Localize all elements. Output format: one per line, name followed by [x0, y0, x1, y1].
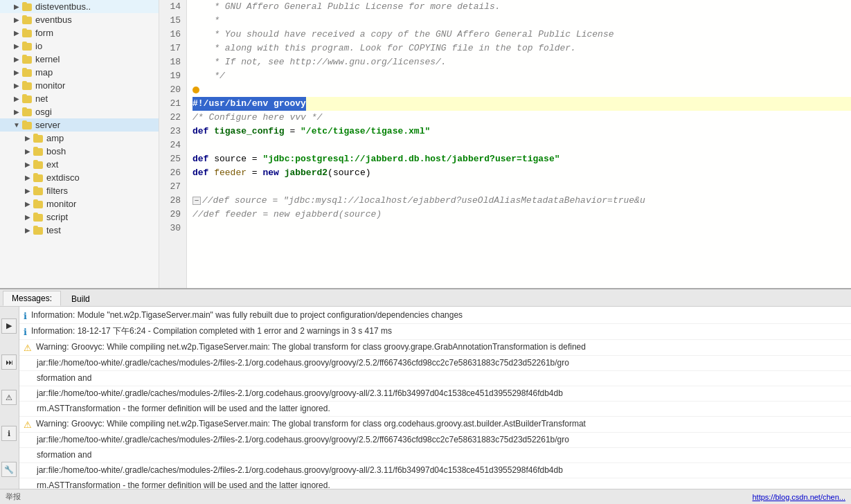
tree-triangle[interactable]: [22, 134, 33, 142]
toolbar-btn-wrench[interactable]: 🔧: [1, 462, 17, 477]
main-area: disteventbus..eventbusformiokernelmapmon…: [0, 0, 851, 288]
code-line: */: [192, 69, 851, 83]
report-label[interactable]: 举报: [6, 492, 21, 502]
message-row: jar:file:/home/too-white/.gradle/caches/…: [19, 463, 851, 478]
sidebar-item-form[interactable]: form: [0, 26, 159, 39]
line-number: 25: [162, 152, 181, 166]
tree-triangle[interactable]: [22, 187, 33, 195]
sidebar-item-monitor[interactable]: monitor: [0, 79, 159, 92]
sidebar-item-eventbus[interactable]: eventbus: [0, 13, 159, 26]
sidebar-item-disteventbus[interactable]: disteventbus..: [0, 0, 159, 13]
sidebar-item-server[interactable]: server: [0, 118, 159, 132]
var-name: feeder: [214, 166, 247, 180]
tree-triangle[interactable]: [11, 95, 22, 102]
blog-link[interactable]: https://blog.csdn.net/chen...: [752, 493, 845, 501]
sidebar-item-label: filters: [46, 186, 68, 196]
sidebar-item-ext[interactable]: ext: [0, 158, 159, 171]
detail-text: sformation and: [37, 372, 91, 384]
info-text: Information: 18-12-17 下午6:24 - Compilati…: [31, 325, 392, 337]
sidebar-item-test[interactable]: test: [0, 224, 159, 237]
sidebar-item-label: ext: [46, 159, 58, 170]
code-line: * along with this program. Look for COPY…: [192, 42, 851, 55]
warn-text: Warning: Groovyc: While compiling net.w2…: [36, 341, 586, 353]
sidebar-item-label: kernel: [35, 54, 60, 64]
tree-triangle[interactable]: [11, 42, 22, 50]
tree-triangle[interactable]: [11, 16, 22, 24]
line-number: 23: [162, 125, 181, 138]
sidebar-item-label: map: [35, 67, 53, 78]
sidebar-item-label: server: [35, 120, 60, 130]
folder-icon: [22, 28, 33, 38]
sidebar-item-bosh[interactable]: bosh: [0, 145, 159, 158]
sidebar-item-kernel[interactable]: kernel: [0, 53, 159, 66]
folder-icon: [22, 2, 33, 12]
messages-toolbar: ▶ ⏭ ⚠ ℹ 🔧: [0, 307, 19, 489]
line-number: 29: [162, 208, 181, 222]
comment-text: /* Configure here vvv */: [192, 111, 322, 125]
tree-triangle[interactable]: [11, 55, 22, 63]
tree-triangle[interactable]: [11, 108, 22, 116]
toolbar-btn-warn[interactable]: ⚠: [1, 390, 17, 405]
sidebar-item-script[interactable]: script: [0, 210, 159, 224]
warn-icon: ⚠: [24, 342, 32, 354]
fold-marker[interactable]: −: [192, 197, 201, 205]
detail-text: rm.ASTTransformation - the former defini…: [37, 403, 330, 415]
code-text: source =: [214, 152, 262, 166]
tree-triangle[interactable]: [11, 69, 22, 76]
sidebar-item-net[interactable]: net: [0, 92, 159, 105]
code-line: [192, 222, 851, 235]
code-line: [192, 83, 851, 97]
detail-text: jar:file:/home/too-white/.gradle/caches/…: [37, 465, 563, 476]
comment-text: * GNU Affero General Public License for …: [192, 0, 501, 14]
tree-triangle[interactable]: [22, 161, 33, 168]
line-numbers: 1415161718192021222324252627282930: [159, 0, 187, 288]
tree-triangle[interactable]: [11, 121, 22, 129]
toolbar-btn-info[interactable]: ℹ: [1, 426, 17, 441]
line-number: 26: [162, 166, 181, 180]
toolbar-btn-skip[interactable]: ⏭: [1, 354, 17, 370]
code-lines[interactable]: * GNU Affero General Public License for …: [187, 0, 851, 288]
folder-icon: [33, 173, 44, 183]
tab-messages[interactable]: Messages:: [3, 291, 61, 306]
code-text: =: [247, 166, 262, 180]
tree-triangle[interactable]: [22, 174, 33, 181]
line-number: 24: [162, 138, 181, 152]
message-row: ℹInformation: 18-12-17 下午6:24 - Compilat…: [19, 324, 851, 340]
line-number: 21: [162, 97, 181, 111]
code-line: def tigase_config = "/etc/tigase/tigase.…: [192, 125, 851, 138]
code-line: * GNU Affero General Public License for …: [192, 0, 851, 14]
tree-triangle[interactable]: [11, 82, 22, 89]
line-number: 27: [162, 180, 181, 194]
sidebar-item-io[interactable]: io: [0, 39, 159, 53]
sidebar-item-label: net: [35, 93, 48, 104]
keyword: def: [192, 152, 214, 166]
sidebar-item-monitor2[interactable]: monitor: [0, 197, 159, 210]
folder-icon: [22, 68, 33, 78]
sidebar-item-amp[interactable]: amp: [0, 132, 159, 145]
line-number: 30: [162, 222, 181, 235]
messages-panel: Messages: Build ▶ ⏭ ⚠ ℹ 🔧 ℹInformation: …: [0, 288, 851, 489]
sidebar-item-filters[interactable]: filters: [0, 184, 159, 197]
code-line: def feeder = new jabberd2(source): [192, 166, 851, 180]
detail-text: sformation and: [37, 449, 91, 461]
sidebar-item-map[interactable]: map: [0, 66, 159, 79]
tree-triangle[interactable]: [22, 147, 33, 155]
folder-icon: [33, 186, 44, 196]
tree-triangle[interactable]: [22, 200, 33, 208]
info-icon: ℹ: [24, 326, 27, 338]
code-line: * If not, see http://www.gnu.org/license…: [192, 55, 851, 69]
sidebar-item-osgi[interactable]: osgi: [0, 105, 159, 118]
toolbar-btn-play[interactable]: ▶: [1, 318, 17, 334]
sidebar-item-extdisco[interactable]: extdisco: [0, 171, 159, 184]
tree-triangle[interactable]: [22, 213, 33, 221]
tree-triangle[interactable]: [22, 226, 33, 234]
tree-triangle[interactable]: [11, 3, 22, 10]
message-row: ⚠Warning: Groovyc: While compiling net.w…: [19, 417, 851, 433]
sidebar-item-label: osgi: [35, 107, 52, 117]
sidebar-item-label: amp: [46, 133, 64, 143]
sidebar-item-label: form: [35, 28, 53, 38]
tab-build[interactable]: Build: [62, 291, 99, 306]
tree-triangle[interactable]: [11, 29, 22, 37]
folder-icon: [33, 226, 44, 235]
line-number: 16: [162, 28, 181, 42]
